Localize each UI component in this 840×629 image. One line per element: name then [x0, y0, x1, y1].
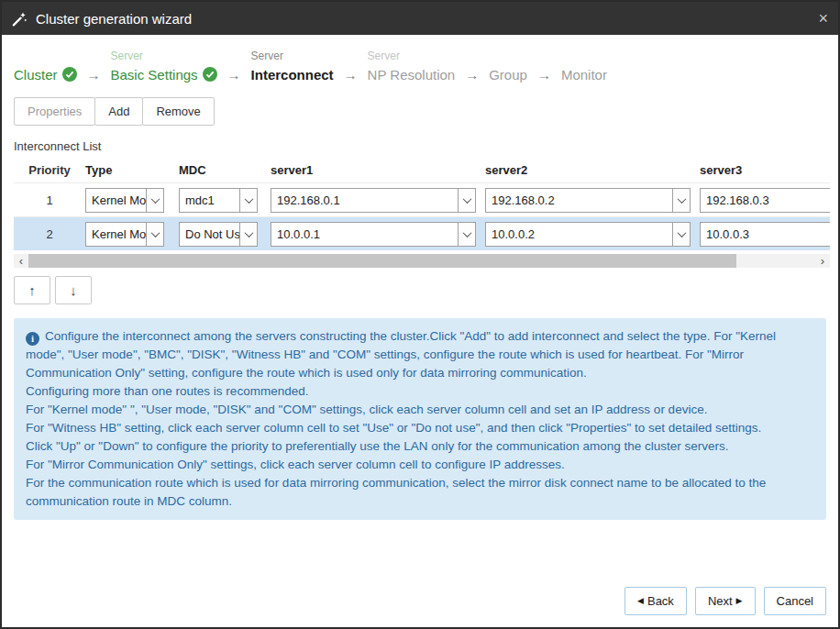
step-label: NP Resolution	[368, 67, 456, 83]
scrollbar-track[interactable]	[28, 254, 815, 268]
step-label: Cluster	[14, 67, 58, 83]
step-sublabel: Server	[368, 49, 456, 64]
step-basic-settings: Server Basic Settings	[111, 49, 217, 83]
scroll-left-icon[interactable]: ‹	[14, 254, 28, 268]
table-header-row: Priority Type MDC server1 server2 server…	[14, 158, 830, 182]
server2-combo[interactable]: 192.168.0.2	[485, 188, 691, 213]
table-row[interactable]: 2 Kernel Mode Do Not Use 10.0.0.1	[14, 216, 830, 250]
close-icon[interactable]: ×	[818, 10, 828, 27]
header-mdc: MDC	[179, 163, 271, 177]
chevron-down-icon[interactable]	[239, 189, 257, 212]
step-sublabel: Server	[251, 49, 334, 64]
interconnect-table: Priority Type MDC server1 server2 server…	[14, 158, 830, 250]
priority-reorder-buttons: ↑ ↓	[14, 276, 826, 304]
add-button[interactable]: Add	[94, 97, 143, 126]
properties-button[interactable]: Properties	[14, 97, 95, 126]
step-sublabel	[489, 49, 527, 64]
mdc-select[interactable]: mdc1	[179, 188, 258, 213]
chevron-down-icon[interactable]	[458, 189, 475, 212]
up-button[interactable]: ↑	[14, 276, 50, 304]
step-cluster: Cluster	[14, 49, 77, 83]
server3-combo[interactable]: 192.168.0.3	[700, 188, 830, 213]
info-paragraph: Configuring more than one routes is reco…	[26, 382, 814, 401]
step-group: Group	[489, 49, 527, 83]
info-paragraph: For the communication route which is use…	[26, 474, 814, 511]
info-box: iConfigure the interconnect among the se…	[14, 318, 826, 520]
info-paragraph: iConfigure the interconnect among the se…	[26, 327, 814, 382]
interconnect-list-title: Interconnect List	[14, 139, 826, 153]
mdc-select[interactable]: Do Not Use	[179, 222, 258, 247]
step-sublabel	[14, 49, 77, 64]
step-label: Group	[489, 67, 527, 83]
scroll-right-icon[interactable]: ›	[815, 254, 830, 268]
step-label: Interconnect	[251, 67, 334, 83]
scrollbar-thumb[interactable]	[28, 254, 736, 268]
next-label: Next	[708, 594, 733, 608]
wizard-steps: Cluster → Server Basic Settings → Server…	[14, 49, 826, 83]
step-label: Basic Settings	[111, 67, 198, 83]
server1-combo[interactable]: 192.168.0.1	[271, 188, 476, 213]
info-paragraph: For "Witness HB" setting, click each ser…	[26, 419, 814, 437]
remove-button[interactable]: Remove	[142, 97, 214, 126]
info-paragraph: For "Mirror Communication Only" settings…	[26, 456, 814, 474]
chevron-down-icon[interactable]	[458, 223, 475, 246]
chevron-down-icon[interactable]	[672, 223, 690, 246]
chevron-down-icon[interactable]	[146, 223, 163, 246]
info-icon: i	[26, 332, 39, 346]
dialog-title: Cluster generation wizard	[36, 11, 192, 27]
chevron-down-icon[interactable]	[146, 189, 163, 212]
check-icon	[62, 67, 77, 82]
next-button[interactable]: Next ▶	[695, 587, 756, 615]
server1-combo[interactable]: 10.0.0.1	[271, 222, 476, 247]
info-text: Configure the interconnect among the ser…	[26, 329, 776, 380]
chevron-down-icon[interactable]	[239, 223, 257, 246]
server2-combo[interactable]: 10.0.0.2	[485, 222, 691, 247]
step-arrow-icon: →	[537, 67, 551, 83]
step-arrow-icon: →	[465, 67, 479, 83]
step-sublabel	[561, 49, 607, 64]
cluster-generation-wizard-dialog: Cluster generation wizard × Cluster → Se…	[0, 0, 840, 629]
titlebar: Cluster generation wizard ×	[2, 2, 838, 35]
header-server1: server1	[271, 163, 485, 177]
next-arrow-icon: ▶	[736, 597, 743, 605]
step-arrow-icon: →	[87, 67, 101, 83]
priority-cell: 2	[14, 227, 85, 241]
down-button[interactable]: ↓	[55, 276, 92, 304]
step-label: Monitor	[561, 67, 607, 83]
chevron-down-icon[interactable]	[672, 189, 690, 212]
step-arrow-icon: →	[227, 67, 241, 83]
server3-combo[interactable]: 10.0.0.3	[700, 222, 830, 247]
toolbar: Properties Add Remove	[14, 97, 826, 126]
type-select[interactable]: Kernel Mode	[85, 222, 164, 247]
info-paragraph: Click "Up" or "Down" to configure the pr…	[26, 437, 814, 456]
check-icon	[203, 67, 217, 82]
step-monitor: Monitor	[561, 49, 607, 83]
header-type: Type	[85, 163, 179, 177]
back-arrow-icon: ◀	[637, 597, 644, 605]
footer: ◀ Back Next ▶ Cancel	[14, 587, 826, 627]
type-select[interactable]: Kernel Mode	[85, 188, 164, 213]
table-row[interactable]: 1 Kernel Mode mdc1 192.168.0.1	[14, 182, 830, 216]
step-arrow-icon: →	[344, 67, 358, 83]
step-interconnect: Server Interconnect	[251, 49, 334, 83]
header-server2: server2	[485, 163, 700, 177]
header-priority: Priority	[14, 163, 85, 177]
magic-wand-icon	[12, 11, 28, 27]
back-button[interactable]: ◀ Back	[624, 587, 687, 615]
dialog-content: Cluster → Server Basic Settings → Server…	[2, 35, 838, 627]
header-server3: server3	[700, 163, 830, 177]
back-label: Back	[647, 594, 674, 608]
step-sublabel: Server	[111, 49, 217, 64]
step-np-resolution: Server NP Resolution	[368, 49, 456, 83]
cancel-button[interactable]: Cancel	[764, 587, 826, 615]
priority-cell: 1	[14, 193, 85, 207]
info-paragraph: For "Kernel mode" ", "User mode, "DISK" …	[26, 401, 814, 419]
horizontal-scrollbar[interactable]: ‹ ›	[14, 254, 830, 268]
